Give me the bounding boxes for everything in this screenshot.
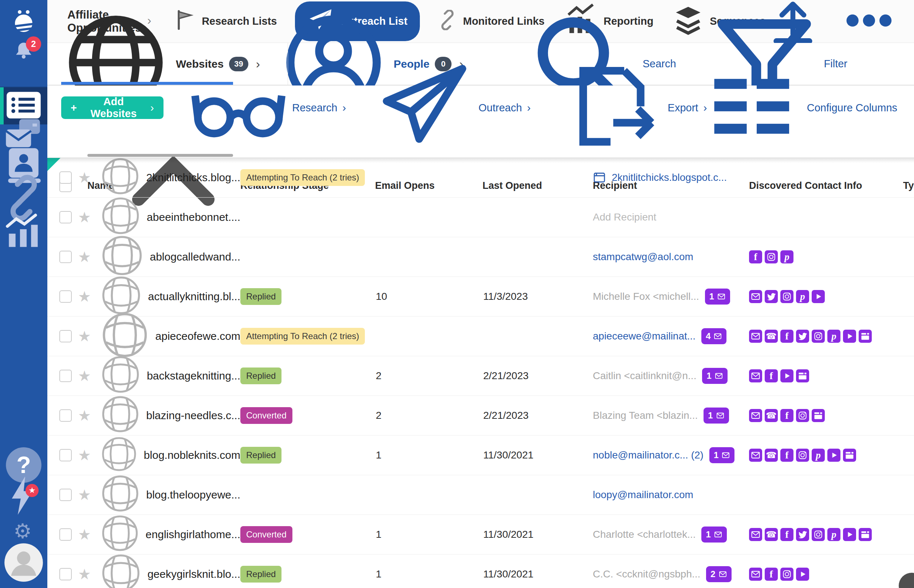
recipient-text[interactable]: Blazing Team <blazin... [593,410,698,422]
facebook-icon[interactable]: f [780,528,794,541]
youtube-icon[interactable] [843,528,856,541]
mail-count-badge[interactable]: 1 [702,368,727,384]
youtube-icon[interactable] [780,369,794,383]
phone-icon[interactable]: ☎ [765,409,778,422]
instagram-icon[interactable] [780,568,794,581]
mail-count-badge[interactable]: 4 [701,328,726,344]
mail-count-badge[interactable]: 1 [709,447,734,463]
buzzstream-logo-icon[interactable] [12,10,35,33]
add-websites-button[interactable]: + Add Websites › [61,97,164,119]
row-checkbox[interactable] [59,171,72,184]
facebook-icon[interactable]: f [780,449,794,462]
youtube-icon[interactable] [796,568,809,581]
row-checkbox[interactable] [59,251,72,263]
table-row[interactable]: ★ blog.nobleknits.com Replied 1 11/30/20… [47,436,914,475]
notifications-bell-icon[interactable]: 2 [13,41,34,61]
table-row[interactable]: ★ 2knitlitchicks.blog... Attempting To R… [47,158,914,197]
website-name[interactable]: actuallyknitting.bl... [148,290,240,303]
website-name[interactable]: englishgirlathome... [146,528,240,541]
facebook-icon[interactable]: f [765,369,778,383]
row-checkbox[interactable] [59,370,72,382]
website-name[interactable]: abeeinthebonnet.... [147,211,240,223]
recipient-text[interactable]: stampcatwg@aol.com [593,251,693,263]
row-checkbox[interactable] [59,330,72,342]
email-icon[interactable] [749,369,762,383]
table-row[interactable]: ★ blazing-needles.c... Converted 2 2/21/… [47,396,914,436]
row-checkbox[interactable] [59,290,72,303]
instagram-icon[interactable] [812,330,825,343]
instagram-icon[interactable] [765,250,778,263]
phone-icon[interactable]: ☎ [765,528,778,541]
pinterest-icon[interactable]: p [827,330,840,343]
phone-icon[interactable]: ☎ [765,449,778,462]
blog-icon[interactable] [859,528,872,541]
blog-icon[interactable] [843,449,856,462]
recipient-text[interactable]: Add Recipient [593,212,656,223]
favorite-star-icon[interactable]: ★ [78,210,97,225]
recipient-text[interactable]: 2knitlitchicks.blogspot.c... [612,172,727,183]
mail-count-badge[interactable]: 1 [705,289,730,305]
pinterest-icon[interactable]: p [812,449,825,462]
youtube-icon[interactable] [812,290,825,303]
favorite-star-icon[interactable]: ★ [78,488,97,502]
recipient-text[interactable]: Caitlin <caitlinknit@n... [593,370,696,382]
instagram-icon[interactable] [796,449,809,462]
youtube-icon[interactable] [827,449,840,462]
facebook-icon[interactable]: f [780,330,794,343]
pinterest-icon[interactable]: p [827,528,840,541]
row-checkbox[interactable] [59,211,72,223]
email-icon[interactable] [749,409,762,422]
recipient-text[interactable]: noble@mailinator.c... (2) [593,449,703,461]
recipient-text[interactable]: Michelle Fox <michell... [593,291,699,302]
row-checkbox[interactable] [59,568,72,580]
row-checkbox[interactable] [59,409,72,422]
table-row[interactable]: ★ englishgirlathome... Converted 1 11/30… [47,515,914,554]
recipient-text[interactable]: C.C. <ccknit@ngsbph... [593,569,700,580]
table-row[interactable]: ★ backstageknitting... Replied 2 2/21/20… [47,356,914,396]
email-icon[interactable] [749,568,762,581]
favorite-star-icon[interactable]: ★ [78,250,97,264]
recipient-text[interactable]: apieceewe@mailinat... [593,330,695,342]
blog-icon[interactable] [796,369,809,383]
favorite-star-icon[interactable]: ★ [78,408,97,423]
mail-count-badge[interactable]: 1 [701,527,726,543]
favorite-star-icon[interactable]: ★ [78,329,97,344]
recipient-text[interactable]: Charlotte <charlottek... [593,529,695,540]
facebook-icon[interactable]: f [765,568,778,581]
favorite-star-icon[interactable]: ★ [78,170,97,185]
email-icon[interactable] [749,449,762,462]
website-name[interactable]: backstageknitting... [147,370,240,382]
favorite-star-icon[interactable]: ★ [78,368,97,383]
youtube-icon[interactable] [843,330,856,343]
pinterest-icon[interactable]: p [780,250,794,263]
more-options-icon[interactable] [841,0,896,50]
blog-icon[interactable] [859,330,872,343]
email-icon[interactable] [749,330,762,343]
table-row[interactable]: ★ geekygirlsknit.blo... Replied 1 11/30/… [47,554,914,588]
twitter-icon[interactable] [796,330,809,343]
table-row[interactable]: ★ abeeinthebonnet.... Add Recipient [47,197,914,237]
favorite-star-icon[interactable]: ★ [78,567,97,582]
table-row[interactable]: ★ ablogcalledwand... stampcatwg@aol.com … [47,237,914,277]
row-checkbox[interactable] [59,489,72,501]
website-name[interactable]: 2knitlitchicks.blog... [146,171,240,184]
sidebar-item-reports[interactable] [0,214,47,249]
row-checkbox[interactable] [59,528,72,541]
row-checkbox[interactable] [59,449,72,461]
recipient-text[interactable]: loopy@mailinator.com [593,489,693,501]
table-row[interactable]: ★ apieceofewe.com Attempting To Reach (2… [47,317,914,356]
website-name[interactable]: apieceofewe.com [156,330,240,342]
website-name[interactable]: geekygirlsknit.blo... [147,568,240,580]
email-icon[interactable] [749,290,762,303]
instagram-icon[interactable] [796,409,809,422]
blog-icon[interactable] [812,409,825,422]
phone-icon[interactable]: ☎ [765,330,778,343]
website-name[interactable]: blog.theloopyewe... [146,489,240,501]
sidebar-item-account[interactable] [0,546,47,581]
sidebar-item-whats-new[interactable]: ★ [0,479,47,514]
facebook-icon[interactable]: f [749,250,762,263]
website-name[interactable]: ablogcalledwand... [150,251,240,263]
mail-count-badge[interactable]: 1 [703,407,729,423]
twitter-icon[interactable] [796,528,809,541]
twitter-icon[interactable] [765,290,778,303]
